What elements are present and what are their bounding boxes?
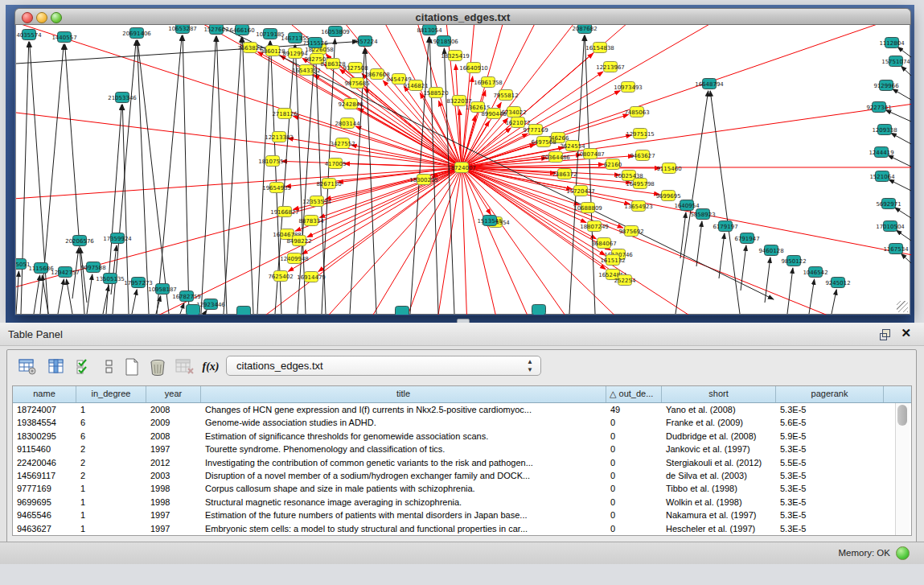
table-row[interactable]: 977716911998Corpus callosum shape and si… [13,482,911,495]
graph-node[interactable]: 9699695 [655,191,680,201]
float-panel-icon[interactable] [880,329,890,340]
column-header-out_degree[interactable]: △ out_de... [606,386,662,402]
column-header-pagerank[interactable]: pagerank [776,386,884,402]
graph-node[interactable]: 19654935 [262,183,291,193]
graph-node[interactable]: 18325419 [441,51,470,61]
table-row[interactable]: 946362711997Embryonic stem cells: a mode… [13,522,911,535]
graph-node[interactable]: 6466160 [229,25,254,35]
function-builder-button[interactable]: f(x) [200,356,221,377]
graph-node[interactable]: 18107554 [258,156,287,167]
memory-status-indicator[interactable] [896,546,910,560]
graph-node[interactable]: 1521064 [869,171,895,182]
graph-node[interactable]: 10973493 [614,82,643,93]
table-row[interactable]: 2242004622012Investigating the contribut… [13,456,911,469]
delete-table-button[interactable] [175,356,195,377]
graph-node[interactable]: 6179197 [713,221,737,232]
scrollbar-thumb[interactable] [897,405,907,426]
graph-node[interactable]: 20206576 [65,236,94,246]
window-resize-grip[interactable] [897,301,908,312]
graph-node[interactable]: 9850122 [781,256,806,266]
table-row[interactable]: 969969511998Structural magnetic resonanc… [13,496,911,509]
graph-node[interactable]: 19218506 [429,36,458,47]
table-row[interactable]: 1830029562008Estimation of significance … [13,430,911,443]
table-row[interactable]: 1938455462009Genome-wide association stu… [13,416,911,429]
table-selector-dropdown[interactable]: citations_edges.txt ▲▼ [226,356,541,376]
graph-node[interactable]: 6791947 [734,233,759,244]
graph-node[interactable]: 13654923 [624,201,653,212]
graph-node[interactable] [237,307,251,315]
graph-node[interactable]: 9245012 [825,278,850,288]
graph-node[interactable]: 1527602 [203,25,228,35]
graph-node[interactable]: 20691406 [122,28,151,39]
graph-node[interactable]: 417005 [325,159,347,169]
graph-node[interactable]: 2087682 [572,25,597,34]
table-cell: 0 [606,443,662,455]
graph-node[interactable]: 1640954 [674,200,700,211]
graph-node[interactable]: 9460128 [758,245,783,256]
graph-node[interactable]: 10807487 [576,149,605,159]
graph-node[interactable]: 5858923 [690,209,715,220]
graph-node[interactable]: 12975115 [626,129,655,139]
network-window-titlebar[interactable]: citations_edges.txt [14,8,911,25]
graph-node[interactable]: 2718126 [272,109,298,119]
graph-node[interactable]: 1112804 [879,38,905,48]
graph-node[interactable]: 17010504 [876,221,905,232]
column-header-name[interactable]: name [13,386,76,402]
graph-node[interactable]: 1209338 [872,125,897,135]
new-table-button[interactable] [121,356,142,377]
graph-node[interactable]: 10653287 [168,25,197,34]
table-row[interactable]: 1456911722003Disruption of a novel membe… [13,469,911,482]
graph-node[interactable]: 13505135 [96,274,125,284]
svg-text:10958187: 10958187 [148,286,177,293]
graph-node[interactable]: 9115460 [656,163,681,174]
column-header-year[interactable]: year [146,386,201,402]
table-row[interactable]: 911546021997Tourette syndrome. Phenomeno… [13,443,911,455]
graph-node[interactable]: 7625402 [268,271,293,282]
graph-node[interactable]: 19166827 [270,207,299,217]
graph-node[interactable]: 18807249 [580,221,609,232]
graph-node[interactable]: 9242848 [338,99,363,109]
graph-node[interactable]: 9860128 [260,46,285,56]
show-column-button[interactable] [46,356,67,377]
graph-node[interactable] [532,305,546,315]
graph-node[interactable] [396,307,409,315]
graph-node[interactable]: 9129966 [873,80,899,91]
graph-node[interactable]: 7485063 [624,107,649,117]
row-height-button[interactable] [99,356,120,377]
svg-text:10807487: 10807487 [576,151,605,158]
graph-node[interactable]: 16961758 [474,77,503,88]
graph-node[interactable]: 4035574 [16,30,42,40]
graph-node[interactable]: 16640910 [459,63,488,73]
graph-node[interactable]: 16154838 [585,43,614,53]
graph-node[interactable]: 3427552 [330,138,355,149]
table-vertical-scrollbar[interactable] [895,403,910,535]
graph-node[interactable]: 5692971 [876,199,901,209]
graph-node[interactable]: 12213967 [596,62,625,72]
svg-text:17957273: 17957273 [124,280,153,286]
table-row[interactable]: 946554611997Estimation of the future num… [13,509,911,521]
column-header-short[interactable]: short [662,386,776,402]
close-panel-icon[interactable]: ✕ [901,327,911,340]
network-graph[interactable]: 1872400776638229860128891299418226058982… [16,25,911,315]
graph-node[interactable]: 16053809 [321,27,350,37]
graph-node[interactable]: 1244419 [869,147,893,158]
graph-node[interactable]: 12923446 [196,299,225,310]
graph-node[interactable]: 1167534 [883,244,909,254]
table-settings-button[interactable] [17,356,38,377]
delete-columns-button[interactable] [147,356,168,377]
graph-node[interactable]: 62160 [604,159,622,170]
graph-node[interactable] [187,305,200,315]
graph-node[interactable]: 9463627 [630,150,655,161]
graph-node[interactable]: 3684067 [591,238,616,249]
graph-node[interactable]: 12213383 [265,132,294,142]
graph-node[interactable]: 15751074 [881,56,910,67]
column-header-title[interactable]: title [201,386,606,402]
graph-node[interactable]: 21053346 [108,93,137,103]
select-columns-button[interactable] [73,356,94,377]
table-row[interactable]: 1872400712008Changes of HCN gene express… [13,403,911,416]
graph-node[interactable]: 16648794 [695,79,724,89]
graph-node[interactable]: 17359924 [103,233,132,244]
graph-node[interactable]: 1046542 [803,267,827,278]
column-header-in_degree[interactable]: in_degree [76,386,146,402]
network-canvas[interactable]: 1872400776638229860128891299418226058982… [15,25,910,315]
